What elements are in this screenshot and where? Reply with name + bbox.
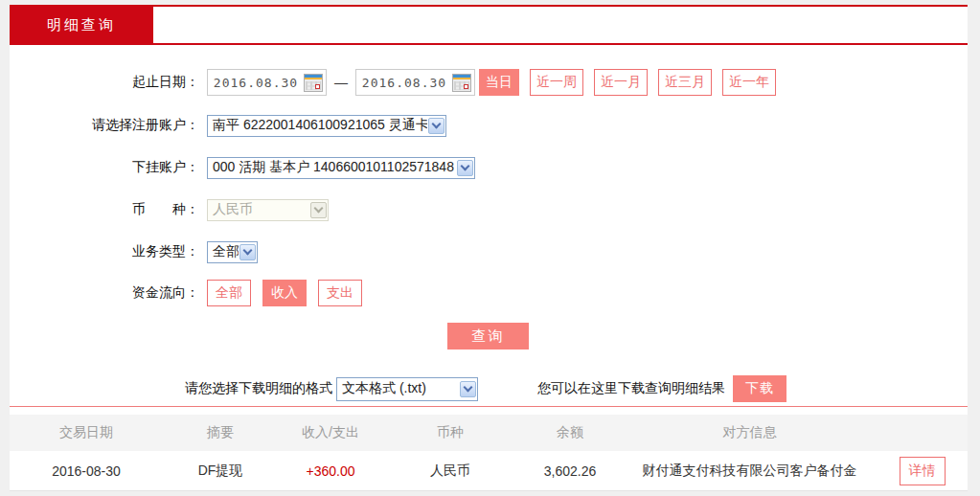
chevron-down-icon bbox=[460, 381, 476, 397]
calendar-icon[interactable] bbox=[452, 74, 471, 92]
header-amount: 收入/支出 bbox=[278, 424, 383, 441]
sub-account-value: 000 活期 基本户 1406600101102571848 bbox=[208, 159, 456, 176]
currency-value: 人民币 bbox=[208, 201, 309, 218]
business-type-select[interactable]: 全部 bbox=[207, 241, 258, 263]
chevron-down-icon bbox=[239, 244, 256, 260]
period-quarter-button[interactable]: 近三月 bbox=[658, 69, 712, 96]
tab-underline bbox=[10, 43, 968, 45]
header-counterparty: 对方信息 bbox=[623, 424, 877, 441]
period-year-button[interactable]: 近一年 bbox=[722, 69, 776, 96]
date-range-row: 起止日期： — 当日 近一周 近一月 近三月 近一年 bbox=[10, 69, 968, 96]
download-format-label: 请您选择下载明细的格式 bbox=[185, 380, 332, 397]
chevron-down-icon bbox=[310, 202, 327, 218]
row-summary: DF提现 bbox=[163, 462, 278, 480]
currency-select: 人民币 bbox=[207, 199, 329, 221]
fund-flow-row: 资金流向： 全部 收入 支出 bbox=[10, 280, 968, 306]
calendar-icon[interactable] bbox=[304, 74, 323, 92]
tab-detail-query[interactable]: 明细查询 bbox=[10, 7, 153, 43]
chevron-down-icon bbox=[428, 118, 444, 134]
header-summary: 摘要 bbox=[163, 424, 278, 441]
download-button[interactable]: 下载 bbox=[733, 375, 786, 402]
table-divider bbox=[10, 406, 968, 407]
currency-row: 币 种： 人民币 bbox=[10, 198, 968, 221]
business-type-row: 业务类型： 全部 bbox=[10, 240, 968, 263]
fund-flow-label: 资金流向： bbox=[10, 284, 207, 302]
download-row: 请您选择下载明细的格式 文本格式 (.txt) 您可以在这里下载查询明细结果 下… bbox=[10, 375, 968, 402]
row-amount: +360.00 bbox=[278, 463, 383, 479]
header-balance: 余额 bbox=[517, 424, 623, 441]
business-type-value: 全部 bbox=[208, 243, 239, 260]
detail-button[interactable]: 详情 bbox=[900, 457, 946, 485]
end-date-field[interactable] bbox=[355, 69, 475, 96]
row-date: 2016-08-30 bbox=[10, 463, 163, 479]
header-currency: 币种 bbox=[383, 424, 517, 441]
sub-account-select[interactable]: 000 活期 基本户 1406600101102571848 bbox=[207, 157, 475, 179]
flow-expense-button[interactable]: 支出 bbox=[318, 280, 362, 306]
page: 明细查询 起止日期： — 当日 近一周 近一月 近三月 近一年 请选择注册账户： bbox=[0, 0, 980, 496]
download-format-value: 文本格式 (.txt) bbox=[337, 380, 459, 397]
start-date-field[interactable] bbox=[207, 69, 327, 96]
row-balance: 3,602.26 bbox=[517, 463, 623, 479]
row-counterparty: 财付通支付科技有限公司客户备付金 bbox=[623, 462, 877, 480]
currency-label: 币 种： bbox=[10, 201, 207, 218]
period-today-button[interactable]: 当日 bbox=[479, 69, 519, 96]
start-date-input[interactable] bbox=[208, 75, 304, 91]
register-account-row: 请选择注册账户： 南平 6222001406100921065 灵通卡 bbox=[10, 114, 968, 137]
sub-account-row: 下挂账户： 000 活期 基本户 1406600101102571848 bbox=[10, 156, 968, 179]
register-account-select[interactable]: 南平 6222001406100921065 灵通卡 bbox=[207, 115, 446, 137]
table-row: 2016-08-30 DF提现 +360.00 人民币 3,602.26 财付通… bbox=[10, 451, 968, 491]
header-date: 交易日期 bbox=[10, 424, 163, 441]
download-format-select[interactable]: 文本格式 (.txt) bbox=[336, 377, 478, 401]
query-button[interactable]: 查询 bbox=[447, 323, 529, 349]
chevron-down-icon bbox=[457, 160, 473, 176]
flow-all-button[interactable]: 全部 bbox=[207, 280, 251, 306]
date-separator: — bbox=[334, 75, 348, 90]
content-panel: 明细查询 起止日期： — 当日 近一周 近一月 近三月 近一年 请选择注册账户： bbox=[10, 5, 968, 491]
register-account-label: 请选择注册账户： bbox=[10, 117, 207, 134]
tab-label: 明细查询 bbox=[47, 16, 116, 34]
business-type-label: 业务类型： bbox=[10, 243, 207, 260]
download-hint: 您可以在这里下载查询明细结果 bbox=[537, 380, 725, 397]
row-currency: 人民币 bbox=[383, 462, 517, 480]
period-week-button[interactable]: 近一周 bbox=[530, 69, 583, 96]
flow-income-button[interactable]: 收入 bbox=[262, 280, 307, 306]
end-date-input[interactable] bbox=[356, 75, 452, 91]
sub-account-label: 下挂账户： bbox=[10, 159, 207, 176]
register-account-value: 南平 6222001406100921065 灵通卡 bbox=[208, 117, 427, 134]
date-range-label: 起止日期： bbox=[10, 74, 207, 91]
period-month-button[interactable]: 近一月 bbox=[594, 69, 648, 96]
table-header: 交易日期 摘要 收入/支出 币种 余额 对方信息 bbox=[10, 415, 968, 451]
